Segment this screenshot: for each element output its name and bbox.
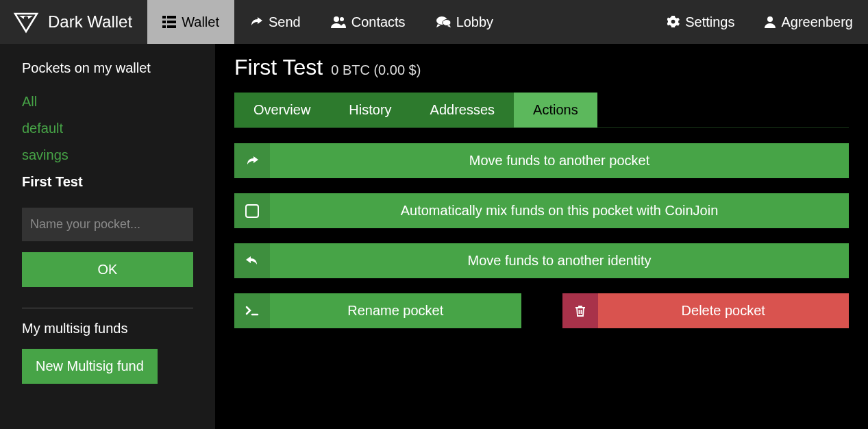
action-delete[interactable]: Delete pocket [562, 293, 850, 328]
page-title: First Test 0 BTC (0.00 $) [234, 55, 849, 80]
svg-point-13 [767, 16, 773, 22]
share-icon [249, 16, 263, 28]
user-icon [765, 16, 776, 28]
svg-point-12 [443, 20, 451, 26]
action-coinjoin[interactable]: Automatically mix funds on this pocket w… [234, 193, 849, 228]
pocket-list: All default savings First Test [22, 88, 193, 195]
chat-icon [436, 16, 451, 28]
action-move-identity-label: Move funds to another identity [270, 243, 849, 278]
tabs: Overview History Addresses Actions [234, 93, 597, 127]
brand[interactable]: Dark Wallet [0, 0, 147, 44]
pocket-item-savings[interactable]: savings [22, 142, 193, 169]
tab-addresses[interactable]: Addresses [411, 93, 514, 127]
brand-title: Dark Wallet [48, 12, 132, 32]
pocket-title: First Test [234, 55, 323, 80]
svg-rect-4 [167, 16, 176, 19]
users-icon [331, 16, 346, 28]
brand-logo-icon [12, 8, 40, 36]
gear-icon [667, 16, 680, 28]
sidebar: Pockets on my wallet All default savings… [0, 44, 215, 429]
checkbox-icon [234, 193, 270, 228]
reply-icon [234, 243, 270, 278]
grid-icon [162, 16, 176, 28]
svg-rect-5 [162, 21, 166, 23]
action-move-pocket[interactable]: Move funds to another pocket [234, 143, 849, 178]
action-move-pocket-label: Move funds to another pocket [270, 143, 849, 178]
nav-contacts[interactable]: Contacts [316, 0, 421, 44]
pocket-balance: 0 BTC (0.00 $) [331, 62, 421, 78]
pocket-item-first-test[interactable]: First Test [22, 169, 193, 195]
svg-point-2 [24, 16, 28, 21]
nav-settings-label: Settings [685, 14, 734, 30]
action-delete-label: Delete pocket [598, 293, 850, 328]
nav-wallet-label: Wallet [182, 14, 219, 30]
svg-rect-3 [162, 16, 166, 19]
action-coinjoin-label: Automatically mix funds on this pocket w… [270, 193, 849, 228]
nav: Wallet Send Contacts [147, 0, 508, 44]
svg-rect-7 [162, 25, 166, 28]
nav-user-label: Agreenberg [781, 14, 853, 30]
nav-wallet[interactable]: Wallet [147, 0, 234, 44]
nav-send-label: Send [269, 14, 301, 30]
terminal-icon [234, 293, 270, 328]
nav-lobby[interactable]: Lobby [421, 0, 509, 44]
action-rename[interactable]: Rename pocket [234, 293, 521, 328]
new-multisig-button[interactable]: New Multisig fund [22, 349, 158, 384]
svg-point-9 [334, 16, 339, 22]
pocket-name-input[interactable] [22, 208, 193, 241]
nav-contacts-label: Contacts [351, 14, 406, 30]
svg-rect-8 [167, 25, 176, 28]
nav-user[interactable]: Agreenberg [749, 0, 868, 44]
pockets-header: Pockets on my wallet [22, 60, 193, 76]
share-icon [234, 143, 270, 178]
tab-actions[interactable]: Actions [514, 93, 597, 127]
nav-send[interactable]: Send [234, 0, 316, 44]
main-content: First Test 0 BTC (0.00 $) Overview Histo… [215, 44, 868, 429]
action-rename-label: Rename pocket [270, 293, 521, 328]
nav-lobby-label: Lobby [456, 14, 494, 30]
divider [22, 308, 193, 308]
tab-history[interactable]: History [330, 93, 410, 127]
topbar: Dark Wallet Wallet Send [0, 0, 868, 44]
pocket-item-default[interactable]: default [22, 115, 193, 142]
ok-button[interactable]: OK [22, 252, 193, 287]
nav-settings[interactable]: Settings [652, 0, 749, 44]
pocket-item-all[interactable]: All [22, 88, 193, 115]
svg-point-10 [340, 17, 344, 21]
tab-overview[interactable]: Overview [234, 93, 330, 127]
nav-right: Settings Agreenberg [652, 0, 868, 44]
action-move-identity[interactable]: Move funds to another identity [234, 243, 849, 278]
trash-icon [562, 293, 598, 328]
multisig-header: My multisig funds [22, 321, 193, 336]
svg-rect-6 [167, 21, 176, 23]
